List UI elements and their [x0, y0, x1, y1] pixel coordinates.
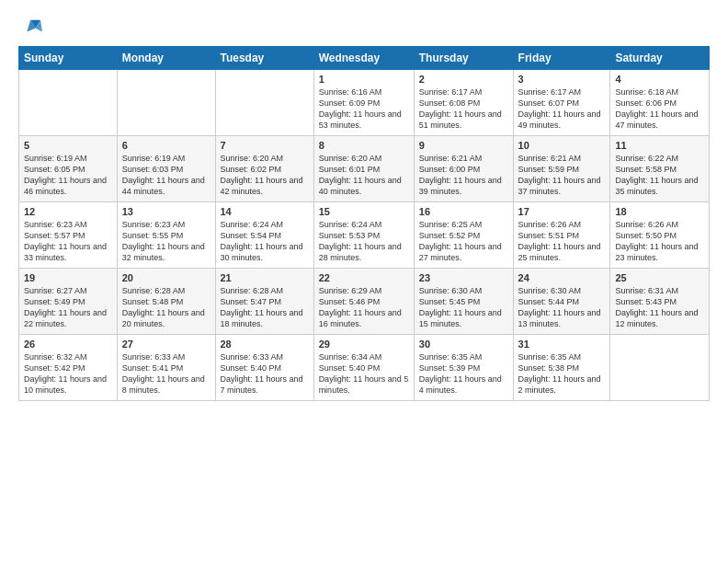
calendar-cell: 5Sunrise: 6:19 AM Sunset: 6:05 PM Daylig…	[19, 136, 118, 202]
day-header-wednesday: Wednesday	[313, 47, 414, 70]
day-header-friday: Friday	[513, 47, 610, 70]
cell-info: Sunrise: 6:35 AM Sunset: 5:38 PM Dayligh…	[518, 351, 606, 396]
calendar-cell: 31Sunrise: 6:35 AM Sunset: 5:38 PM Dayli…	[513, 335, 610, 401]
day-number: 1	[319, 74, 409, 85]
day-header-sunday: Sunday	[19, 47, 118, 70]
cell-info: Sunrise: 6:33 AM Sunset: 5:40 PM Dayligh…	[221, 351, 309, 396]
day-header-tuesday: Tuesday	[215, 47, 313, 70]
calendar-cell: 7Sunrise: 6:20 AM Sunset: 6:02 PM Daylig…	[215, 136, 313, 202]
day-number: 5	[24, 140, 112, 151]
day-number: 6	[122, 140, 210, 151]
calendar-cell: 14Sunrise: 6:24 AM Sunset: 5:54 PM Dayli…	[215, 202, 313, 269]
day-number: 29	[319, 339, 409, 350]
calendar-cell: 17Sunrise: 6:26 AM Sunset: 5:51 PM Dayli…	[513, 202, 610, 269]
calendar-cell	[117, 70, 215, 136]
calendar-cell: 25Sunrise: 6:31 AM Sunset: 5:43 PM Dayli…	[610, 269, 710, 335]
day-number: 18	[615, 206, 704, 217]
calendar-cell: 13Sunrise: 6:23 AM Sunset: 5:55 PM Dayli…	[117, 202, 215, 269]
cell-info: Sunrise: 6:30 AM Sunset: 5:44 PM Dayligh…	[518, 285, 606, 330]
cell-info: Sunrise: 6:29 AM Sunset: 5:46 PM Dayligh…	[319, 285, 409, 330]
cell-info: Sunrise: 6:35 AM Sunset: 5:39 PM Dayligh…	[419, 351, 508, 396]
calendar-week-1: 1Sunrise: 6:16 AM Sunset: 6:09 PM Daylig…	[19, 70, 710, 136]
day-number: 21	[221, 272, 309, 283]
calendar-cell: 11Sunrise: 6:22 AM Sunset: 5:58 PM Dayli…	[610, 136, 710, 202]
cell-info: Sunrise: 6:20 AM Sunset: 6:02 PM Dayligh…	[221, 153, 309, 198]
day-number: 16	[419, 206, 508, 217]
logo-icon	[18, 17, 44, 37]
calendar-cell: 9Sunrise: 6:21 AM Sunset: 6:00 PM Daylig…	[414, 136, 513, 202]
cell-info: Sunrise: 6:22 AM Sunset: 5:58 PM Dayligh…	[615, 153, 704, 198]
day-header-monday: Monday	[117, 47, 215, 70]
day-number: 13	[122, 206, 210, 217]
cell-info: Sunrise: 6:26 AM Sunset: 5:51 PM Dayligh…	[518, 219, 606, 264]
day-number: 15	[319, 206, 409, 217]
day-number: 14	[221, 206, 309, 217]
day-number: 4	[615, 74, 704, 85]
cell-info: Sunrise: 6:33 AM Sunset: 5:41 PM Dayligh…	[122, 351, 210, 396]
calendar-cell: 12Sunrise: 6:23 AM Sunset: 5:57 PM Dayli…	[19, 202, 118, 269]
day-number: 27	[122, 339, 210, 350]
cell-info: Sunrise: 6:27 AM Sunset: 5:49 PM Dayligh…	[24, 285, 112, 330]
day-header-thursday: Thursday	[414, 47, 513, 70]
cell-info: Sunrise: 6:31 AM Sunset: 5:43 PM Dayligh…	[615, 285, 704, 330]
calendar-cell: 30Sunrise: 6:35 AM Sunset: 5:39 PM Dayli…	[414, 335, 513, 401]
calendar-cell: 1Sunrise: 6:16 AM Sunset: 6:09 PM Daylig…	[313, 70, 414, 136]
calendar-cell: 29Sunrise: 6:34 AM Sunset: 5:40 PM Dayli…	[313, 335, 414, 401]
cell-info: Sunrise: 6:30 AM Sunset: 5:45 PM Dayligh…	[419, 285, 508, 330]
cell-info: Sunrise: 6:25 AM Sunset: 5:52 PM Dayligh…	[419, 219, 508, 264]
calendar-cell: 4Sunrise: 6:18 AM Sunset: 6:06 PM Daylig…	[610, 70, 710, 136]
cell-info: Sunrise: 6:20 AM Sunset: 6:01 PM Dayligh…	[319, 153, 409, 198]
logo	[18, 17, 48, 37]
cell-info: Sunrise: 6:24 AM Sunset: 5:53 PM Dayligh…	[319, 219, 409, 264]
calendar-cell: 6Sunrise: 6:19 AM Sunset: 6:03 PM Daylig…	[117, 136, 215, 202]
day-header-saturday: Saturday	[610, 47, 710, 70]
calendar-cell: 21Sunrise: 6:28 AM Sunset: 5:47 PM Dayli…	[215, 269, 313, 335]
day-number: 8	[319, 140, 409, 151]
cell-info: Sunrise: 6:34 AM Sunset: 5:40 PM Dayligh…	[319, 351, 409, 396]
calendar-week-2: 5Sunrise: 6:19 AM Sunset: 6:05 PM Daylig…	[19, 136, 710, 202]
cell-info: Sunrise: 6:19 AM Sunset: 6:03 PM Dayligh…	[122, 153, 210, 198]
day-number: 10	[518, 140, 606, 151]
cell-info: Sunrise: 6:23 AM Sunset: 5:55 PM Dayligh…	[122, 219, 210, 264]
page: SundayMondayTuesdayWednesdayThursdayFrid…	[0, 0, 728, 563]
day-number: 9	[419, 140, 508, 151]
cell-info: Sunrise: 6:19 AM Sunset: 6:05 PM Dayligh…	[24, 153, 112, 198]
calendar-cell: 3Sunrise: 6:17 AM Sunset: 6:07 PM Daylig…	[513, 70, 610, 136]
calendar-cell: 26Sunrise: 6:32 AM Sunset: 5:42 PM Dayli…	[19, 335, 118, 401]
day-number: 2	[419, 74, 508, 85]
calendar-cell: 28Sunrise: 6:33 AM Sunset: 5:40 PM Dayli…	[215, 335, 313, 401]
calendar-cell: 2Sunrise: 6:17 AM Sunset: 6:08 PM Daylig…	[414, 70, 513, 136]
cell-info: Sunrise: 6:21 AM Sunset: 6:00 PM Dayligh…	[419, 153, 508, 198]
day-number: 30	[419, 339, 508, 350]
calendar-cell: 16Sunrise: 6:25 AM Sunset: 5:52 PM Dayli…	[414, 202, 513, 269]
calendar-cell: 22Sunrise: 6:29 AM Sunset: 5:46 PM Dayli…	[313, 269, 414, 335]
calendar-cell: 23Sunrise: 6:30 AM Sunset: 5:45 PM Dayli…	[414, 269, 513, 335]
day-number: 20	[122, 272, 210, 283]
day-number: 28	[221, 339, 309, 350]
day-number: 26	[24, 339, 112, 350]
calendar-week-4: 19Sunrise: 6:27 AM Sunset: 5:49 PM Dayli…	[19, 269, 710, 335]
calendar-header-row: SundayMondayTuesdayWednesdayThursdayFrid…	[19, 47, 710, 70]
day-number: 23	[419, 272, 508, 283]
calendar-cell	[19, 70, 118, 136]
calendar-cell: 15Sunrise: 6:24 AM Sunset: 5:53 PM Dayli…	[313, 202, 414, 269]
cell-info: Sunrise: 6:28 AM Sunset: 5:47 PM Dayligh…	[221, 285, 309, 330]
cell-info: Sunrise: 6:23 AM Sunset: 5:57 PM Dayligh…	[24, 219, 112, 264]
cell-info: Sunrise: 6:32 AM Sunset: 5:42 PM Dayligh…	[24, 351, 112, 396]
calendar-cell: 18Sunrise: 6:26 AM Sunset: 5:50 PM Dayli…	[610, 202, 710, 269]
cell-info: Sunrise: 6:18 AM Sunset: 6:06 PM Dayligh…	[615, 86, 704, 132]
cell-info: Sunrise: 6:28 AM Sunset: 5:48 PM Dayligh…	[122, 285, 210, 330]
day-number: 11	[615, 140, 704, 151]
calendar-cell: 24Sunrise: 6:30 AM Sunset: 5:44 PM Dayli…	[513, 269, 610, 335]
calendar-cell: 8Sunrise: 6:20 AM Sunset: 6:01 PM Daylig…	[313, 136, 414, 202]
cell-info: Sunrise: 6:17 AM Sunset: 6:07 PM Dayligh…	[518, 86, 606, 132]
cell-info: Sunrise: 6:24 AM Sunset: 5:54 PM Dayligh…	[221, 219, 309, 264]
calendar-cell	[215, 70, 313, 136]
calendar-table: SundayMondayTuesdayWednesdayThursdayFrid…	[18, 46, 710, 401]
day-number: 31	[518, 339, 606, 350]
calendar-week-3: 12Sunrise: 6:23 AM Sunset: 5:57 PM Dayli…	[19, 202, 710, 269]
day-number: 17	[518, 206, 606, 217]
day-number: 24	[518, 272, 606, 283]
day-number: 3	[518, 74, 606, 85]
calendar-week-5: 26Sunrise: 6:32 AM Sunset: 5:42 PM Dayli…	[19, 335, 710, 401]
